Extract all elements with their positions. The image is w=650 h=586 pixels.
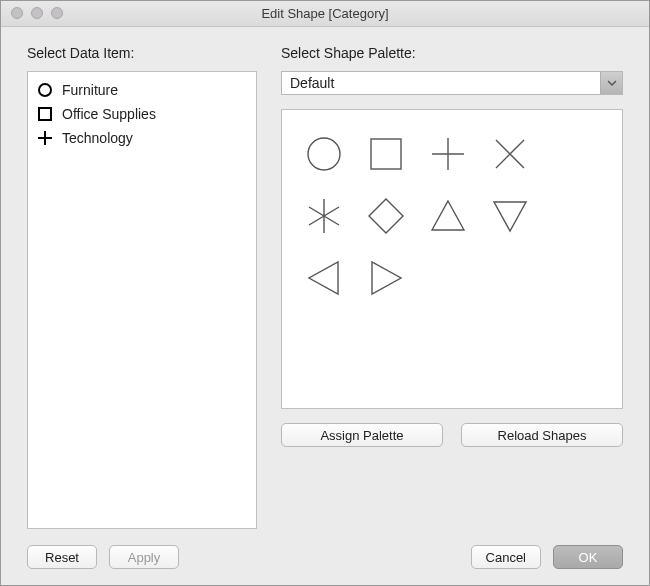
dialog-window: Edit Shape [Category] Select Data Item: … bbox=[0, 0, 650, 586]
data-item-row[interactable]: Furniture bbox=[36, 78, 248, 102]
data-item-label-text: Furniture bbox=[62, 82, 118, 98]
assign-palette-button[interactable]: Assign Palette bbox=[281, 423, 443, 447]
shape-triangle-left[interactable] bbox=[296, 250, 352, 306]
data-item-list[interactable]: Furniture Office Supplies Technology bbox=[27, 71, 257, 529]
data-item-label-text: Office Supplies bbox=[62, 106, 156, 122]
dialog-footer: Reset Apply Cancel OK bbox=[1, 529, 649, 585]
data-item-label-text: Technology bbox=[62, 130, 133, 146]
shape-diamond[interactable] bbox=[358, 188, 414, 244]
data-item-row[interactable]: Technology bbox=[36, 126, 248, 150]
cancel-button[interactable]: Cancel bbox=[471, 545, 541, 569]
shape-square[interactable] bbox=[358, 126, 414, 182]
palette-button-row: Assign Palette Reload Shapes bbox=[281, 423, 623, 447]
shape-grid bbox=[296, 126, 608, 306]
data-item-row[interactable]: Office Supplies bbox=[36, 102, 248, 126]
svg-point-2 bbox=[308, 138, 340, 170]
titlebar: Edit Shape [Category] bbox=[1, 1, 649, 27]
dialog-content: Select Data Item: Furniture Office Suppl… bbox=[1, 27, 649, 529]
close-window-button[interactable] bbox=[11, 7, 23, 19]
shape-circle[interactable] bbox=[296, 126, 352, 182]
shape-triangle-right[interactable] bbox=[358, 250, 414, 306]
window-controls bbox=[11, 7, 63, 19]
reload-shapes-button[interactable]: Reload Shapes bbox=[461, 423, 623, 447]
left-column: Select Data Item: Furniture Office Suppl… bbox=[27, 45, 257, 529]
palette-dropdown[interactable]: Default bbox=[281, 71, 623, 95]
ok-button[interactable]: OK bbox=[553, 545, 623, 569]
window-title: Edit Shape [Category] bbox=[1, 6, 649, 21]
svg-rect-1 bbox=[39, 108, 51, 120]
circle-icon bbox=[36, 81, 54, 99]
shape-asterisk[interactable] bbox=[296, 188, 352, 244]
shape-x[interactable] bbox=[482, 126, 538, 182]
shape-triangle-down[interactable] bbox=[482, 188, 538, 244]
shape-palette bbox=[281, 109, 623, 409]
plus-icon bbox=[36, 129, 54, 147]
minimize-window-button[interactable] bbox=[31, 7, 43, 19]
zoom-window-button[interactable] bbox=[51, 7, 63, 19]
svg-point-0 bbox=[39, 84, 51, 96]
palette-label: Select Shape Palette: bbox=[281, 45, 623, 61]
data-item-label: Select Data Item: bbox=[27, 45, 257, 61]
shape-triangle-up[interactable] bbox=[420, 188, 476, 244]
right-column: Select Shape Palette: Default bbox=[281, 45, 623, 529]
shape-plus[interactable] bbox=[420, 126, 476, 182]
apply-button[interactable]: Apply bbox=[109, 545, 179, 569]
chevron-down-icon[interactable] bbox=[600, 72, 622, 94]
palette-dropdown-value: Default bbox=[282, 72, 600, 94]
reset-button[interactable]: Reset bbox=[27, 545, 97, 569]
svg-rect-3 bbox=[371, 139, 401, 169]
square-icon bbox=[36, 105, 54, 123]
